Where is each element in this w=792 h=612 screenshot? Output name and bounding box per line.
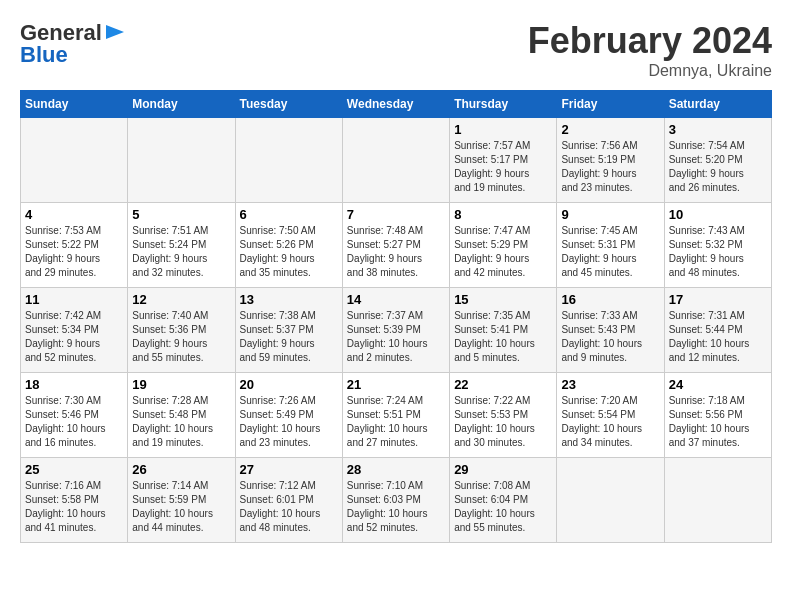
day-number: 5 — [132, 207, 230, 222]
table-row: 22Sunrise: 7:22 AM Sunset: 5:53 PM Dayli… — [450, 373, 557, 458]
week-row-4: 18Sunrise: 7:30 AM Sunset: 5:46 PM Dayli… — [21, 373, 772, 458]
day-number: 28 — [347, 462, 445, 477]
header-friday: Friday — [557, 91, 664, 118]
day-number: 11 — [25, 292, 123, 307]
header-saturday: Saturday — [664, 91, 771, 118]
day-info: Sunrise: 7:10 AM Sunset: 6:03 PM Dayligh… — [347, 479, 445, 535]
day-number: 1 — [454, 122, 552, 137]
day-number: 2 — [561, 122, 659, 137]
table-row: 29Sunrise: 7:08 AM Sunset: 6:04 PM Dayli… — [450, 458, 557, 543]
table-row: 12Sunrise: 7:40 AM Sunset: 5:36 PM Dayli… — [128, 288, 235, 373]
table-row: 2Sunrise: 7:56 AM Sunset: 5:19 PM Daylig… — [557, 118, 664, 203]
day-info: Sunrise: 7:42 AM Sunset: 5:34 PM Dayligh… — [25, 309, 123, 365]
day-number: 3 — [669, 122, 767, 137]
logo-text-blue: Blue — [20, 42, 68, 68]
table-row: 20Sunrise: 7:26 AM Sunset: 5:49 PM Dayli… — [235, 373, 342, 458]
day-number: 25 — [25, 462, 123, 477]
table-row: 11Sunrise: 7:42 AM Sunset: 5:34 PM Dayli… — [21, 288, 128, 373]
table-row: 28Sunrise: 7:10 AM Sunset: 6:03 PM Dayli… — [342, 458, 449, 543]
day-info: Sunrise: 7:14 AM Sunset: 5:59 PM Dayligh… — [132, 479, 230, 535]
week-row-2: 4Sunrise: 7:53 AM Sunset: 5:22 PM Daylig… — [21, 203, 772, 288]
table-row: 7Sunrise: 7:48 AM Sunset: 5:27 PM Daylig… — [342, 203, 449, 288]
table-row: 23Sunrise: 7:20 AM Sunset: 5:54 PM Dayli… — [557, 373, 664, 458]
table-row: 15Sunrise: 7:35 AM Sunset: 5:41 PM Dayli… — [450, 288, 557, 373]
table-row: 3Sunrise: 7:54 AM Sunset: 5:20 PM Daylig… — [664, 118, 771, 203]
table-row: 5Sunrise: 7:51 AM Sunset: 5:24 PM Daylig… — [128, 203, 235, 288]
table-row — [557, 458, 664, 543]
logo: General Blue — [20, 20, 126, 68]
header-wednesday: Wednesday — [342, 91, 449, 118]
header-tuesday: Tuesday — [235, 91, 342, 118]
day-number: 18 — [25, 377, 123, 392]
day-info: Sunrise: 7:56 AM Sunset: 5:19 PM Dayligh… — [561, 139, 659, 195]
day-number: 8 — [454, 207, 552, 222]
table-row: 21Sunrise: 7:24 AM Sunset: 5:51 PM Dayli… — [342, 373, 449, 458]
day-info: Sunrise: 7:22 AM Sunset: 5:53 PM Dayligh… — [454, 394, 552, 450]
day-number: 20 — [240, 377, 338, 392]
day-info: Sunrise: 7:50 AM Sunset: 5:26 PM Dayligh… — [240, 224, 338, 280]
svg-marker-0 — [106, 25, 124, 39]
day-number: 16 — [561, 292, 659, 307]
logo-arrow-icon — [104, 21, 126, 43]
header-thursday: Thursday — [450, 91, 557, 118]
table-row: 14Sunrise: 7:37 AM Sunset: 5:39 PM Dayli… — [342, 288, 449, 373]
day-number: 21 — [347, 377, 445, 392]
day-info: Sunrise: 7:38 AM Sunset: 5:37 PM Dayligh… — [240, 309, 338, 365]
week-row-5: 25Sunrise: 7:16 AM Sunset: 5:58 PM Dayli… — [21, 458, 772, 543]
week-row-1: 1Sunrise: 7:57 AM Sunset: 5:17 PM Daylig… — [21, 118, 772, 203]
location-subtitle: Demnya, Ukraine — [528, 62, 772, 80]
day-info: Sunrise: 7:51 AM Sunset: 5:24 PM Dayligh… — [132, 224, 230, 280]
day-info: Sunrise: 7:30 AM Sunset: 5:46 PM Dayligh… — [25, 394, 123, 450]
week-row-3: 11Sunrise: 7:42 AM Sunset: 5:34 PM Dayli… — [21, 288, 772, 373]
day-info: Sunrise: 7:47 AM Sunset: 5:29 PM Dayligh… — [454, 224, 552, 280]
day-number: 26 — [132, 462, 230, 477]
table-row — [342, 118, 449, 203]
day-info: Sunrise: 7:45 AM Sunset: 5:31 PM Dayligh… — [561, 224, 659, 280]
day-info: Sunrise: 7:18 AM Sunset: 5:56 PM Dayligh… — [669, 394, 767, 450]
day-number: 17 — [669, 292, 767, 307]
day-number: 13 — [240, 292, 338, 307]
table-row: 17Sunrise: 7:31 AM Sunset: 5:44 PM Dayli… — [664, 288, 771, 373]
table-row: 27Sunrise: 7:12 AM Sunset: 6:01 PM Dayli… — [235, 458, 342, 543]
day-info: Sunrise: 7:40 AM Sunset: 5:36 PM Dayligh… — [132, 309, 230, 365]
day-number: 27 — [240, 462, 338, 477]
table-row: 16Sunrise: 7:33 AM Sunset: 5:43 PM Dayli… — [557, 288, 664, 373]
header-sunday: Sunday — [21, 91, 128, 118]
day-number: 12 — [132, 292, 230, 307]
day-info: Sunrise: 7:33 AM Sunset: 5:43 PM Dayligh… — [561, 309, 659, 365]
day-info: Sunrise: 7:20 AM Sunset: 5:54 PM Dayligh… — [561, 394, 659, 450]
table-row — [235, 118, 342, 203]
day-info: Sunrise: 7:48 AM Sunset: 5:27 PM Dayligh… — [347, 224, 445, 280]
day-info: Sunrise: 7:31 AM Sunset: 5:44 PM Dayligh… — [669, 309, 767, 365]
header-monday: Monday — [128, 91, 235, 118]
day-info: Sunrise: 7:28 AM Sunset: 5:48 PM Dayligh… — [132, 394, 230, 450]
table-row: 13Sunrise: 7:38 AM Sunset: 5:37 PM Dayli… — [235, 288, 342, 373]
table-row: 6Sunrise: 7:50 AM Sunset: 5:26 PM Daylig… — [235, 203, 342, 288]
table-row: 26Sunrise: 7:14 AM Sunset: 5:59 PM Dayli… — [128, 458, 235, 543]
day-info: Sunrise: 7:16 AM Sunset: 5:58 PM Dayligh… — [25, 479, 123, 535]
table-row: 9Sunrise: 7:45 AM Sunset: 5:31 PM Daylig… — [557, 203, 664, 288]
day-info: Sunrise: 7:53 AM Sunset: 5:22 PM Dayligh… — [25, 224, 123, 280]
day-number: 23 — [561, 377, 659, 392]
table-row — [21, 118, 128, 203]
day-info: Sunrise: 7:35 AM Sunset: 5:41 PM Dayligh… — [454, 309, 552, 365]
table-row: 1Sunrise: 7:57 AM Sunset: 5:17 PM Daylig… — [450, 118, 557, 203]
day-info: Sunrise: 7:26 AM Sunset: 5:49 PM Dayligh… — [240, 394, 338, 450]
weekday-header-row: Sunday Monday Tuesday Wednesday Thursday… — [21, 91, 772, 118]
table-row: 19Sunrise: 7:28 AM Sunset: 5:48 PM Dayli… — [128, 373, 235, 458]
day-number: 29 — [454, 462, 552, 477]
title-block: February 2024 Demnya, Ukraine — [528, 20, 772, 80]
day-info: Sunrise: 7:43 AM Sunset: 5:32 PM Dayligh… — [669, 224, 767, 280]
table-row: 25Sunrise: 7:16 AM Sunset: 5:58 PM Dayli… — [21, 458, 128, 543]
table-row: 4Sunrise: 7:53 AM Sunset: 5:22 PM Daylig… — [21, 203, 128, 288]
table-row — [664, 458, 771, 543]
day-info: Sunrise: 7:57 AM Sunset: 5:17 PM Dayligh… — [454, 139, 552, 195]
table-row: 10Sunrise: 7:43 AM Sunset: 5:32 PM Dayli… — [664, 203, 771, 288]
day-info: Sunrise: 7:37 AM Sunset: 5:39 PM Dayligh… — [347, 309, 445, 365]
day-number: 9 — [561, 207, 659, 222]
table-row: 24Sunrise: 7:18 AM Sunset: 5:56 PM Dayli… — [664, 373, 771, 458]
day-number: 4 — [25, 207, 123, 222]
day-info: Sunrise: 7:08 AM Sunset: 6:04 PM Dayligh… — [454, 479, 552, 535]
table-row — [128, 118, 235, 203]
day-number: 7 — [347, 207, 445, 222]
